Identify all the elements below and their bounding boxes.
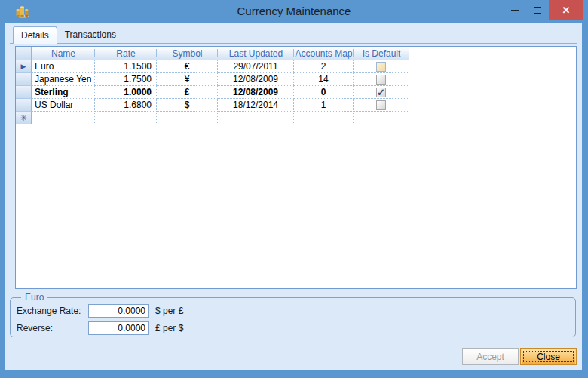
new-cell-accounts_map[interactable] xyxy=(294,112,354,124)
row-selector[interactable] xyxy=(16,73,32,86)
cell-accounts_map[interactable]: 2 xyxy=(294,60,354,73)
cell-rate[interactable]: 1.6800 xyxy=(95,99,157,112)
window-content: Details Transactions NameRateSymbolLast … xyxy=(5,23,582,370)
reverse-rate-input[interactable] xyxy=(88,321,149,335)
tab-details[interactable]: Details xyxy=(13,26,57,44)
window-title: Currency Maintenance xyxy=(0,0,588,21)
maximize-icon xyxy=(534,7,541,14)
cell-symbol[interactable]: £ xyxy=(157,86,218,99)
cell-rate[interactable]: 1.7500 xyxy=(95,73,157,86)
grid-corner-cell[interactable] xyxy=(16,47,32,60)
table-row: US Dollar1.6800$18/12/20141 xyxy=(16,99,576,112)
groupbox-title: Euro xyxy=(21,292,47,303)
row-selector[interactable]: ▶ xyxy=(16,60,32,73)
window-controls: ✕ xyxy=(504,0,583,20)
close-icon: ✕ xyxy=(562,5,571,16)
cell-accounts_map[interactable]: 0 xyxy=(294,86,354,99)
is-default-checkbox[interactable] xyxy=(376,100,386,110)
cell-name[interactable]: Japanese Yen xyxy=(32,73,95,86)
column-header-last_updated[interactable]: Last Updated xyxy=(218,47,294,60)
reverse-rate-suffix: £ per $ xyxy=(155,323,183,333)
new-row-icon: ✳ xyxy=(20,113,26,123)
cell-accounts_map[interactable]: 14 xyxy=(294,73,354,86)
new-row: ✳ xyxy=(16,112,576,124)
column-header-name[interactable]: Name xyxy=(32,47,95,60)
cell-symbol[interactable]: € xyxy=(157,60,218,73)
tab-strip: Details Transactions xyxy=(10,27,577,44)
close-window-button[interactable]: ✕ xyxy=(549,0,583,20)
column-header-rate[interactable]: Rate xyxy=(95,47,157,60)
cell-name[interactable]: Sterling xyxy=(32,86,95,99)
cell-is_default[interactable] xyxy=(354,60,409,73)
row-selector[interactable] xyxy=(16,86,32,99)
cell-name[interactable]: Euro xyxy=(32,60,95,73)
title-bar[interactable]: Currency Maintenance ✕ xyxy=(0,0,588,23)
accept-button[interactable]: Accept xyxy=(462,348,519,365)
minimize-button[interactable] xyxy=(504,0,526,20)
currency-groupbox: Euro Exchange Rate: $ per £ Reverse: £ p… xyxy=(10,297,576,337)
exchange-rate-label: Exchange Rate: xyxy=(17,306,88,316)
grid-header-row: NameRateSymbolLast UpdatedAccounts MapIs… xyxy=(16,47,576,60)
cell-name[interactable]: US Dollar xyxy=(32,99,95,112)
column-header-is_default[interactable]: Is Default xyxy=(354,47,409,60)
is-default-checkbox[interactable] xyxy=(376,88,386,97)
cell-rate[interactable]: 1.0000 xyxy=(95,86,157,99)
column-header-symbol[interactable]: Symbol xyxy=(157,47,218,60)
currency-maintenance-window: Currency Maintenance ✕ Details Transacti… xyxy=(0,0,588,378)
close-button[interactable]: Close xyxy=(520,348,577,365)
maximize-button[interactable] xyxy=(526,0,549,20)
new-cell-last_updated[interactable] xyxy=(218,112,294,124)
cell-last_updated[interactable]: 12/08/2009 xyxy=(218,86,294,99)
coins-icon xyxy=(15,5,30,18)
tab-transactions[interactable]: Transactions xyxy=(57,26,124,43)
new-cell-name[interactable] xyxy=(32,112,95,124)
cell-last_updated[interactable]: 12/08/2009 xyxy=(218,73,294,86)
exchange-rate-input[interactable] xyxy=(88,304,149,318)
cell-is_default[interactable] xyxy=(354,86,409,99)
cell-is_default[interactable] xyxy=(354,99,409,112)
cell-symbol[interactable]: $ xyxy=(157,99,218,112)
new-cell-symbol[interactable] xyxy=(157,112,218,124)
table-row: Japanese Yen1.7500¥12/08/200914 xyxy=(16,73,576,86)
currency-grid: NameRateSymbolLast UpdatedAccounts MapIs… xyxy=(15,46,577,289)
cell-symbol[interactable]: ¥ xyxy=(157,73,218,86)
exchange-rate-suffix: $ per £ xyxy=(155,306,183,316)
cell-last_updated[interactable]: 29/07/2011 xyxy=(218,60,294,73)
cell-accounts_map[interactable]: 1 xyxy=(294,99,354,112)
new-cell-rate[interactable] xyxy=(95,112,157,124)
new-cell-is_default[interactable] xyxy=(354,112,409,124)
table-row: ▶Euro1.1500€29/07/20112 xyxy=(16,60,576,73)
new-row-selector[interactable]: ✳ xyxy=(16,112,32,124)
table-row: Sterling1.0000£12/08/20090 xyxy=(16,86,576,99)
reverse-rate-label: Reverse: xyxy=(17,323,88,333)
minimize-icon xyxy=(511,10,519,11)
row-selector[interactable] xyxy=(16,99,32,112)
cell-last_updated[interactable]: 18/12/2014 xyxy=(218,99,294,112)
cell-is_default[interactable] xyxy=(354,73,409,86)
column-header-accounts_map[interactable]: Accounts Map xyxy=(294,47,354,60)
cell-rate[interactable]: 1.1500 xyxy=(95,60,157,73)
is-default-checkbox[interactable] xyxy=(376,75,386,85)
is-default-checkbox[interactable] xyxy=(376,62,386,72)
